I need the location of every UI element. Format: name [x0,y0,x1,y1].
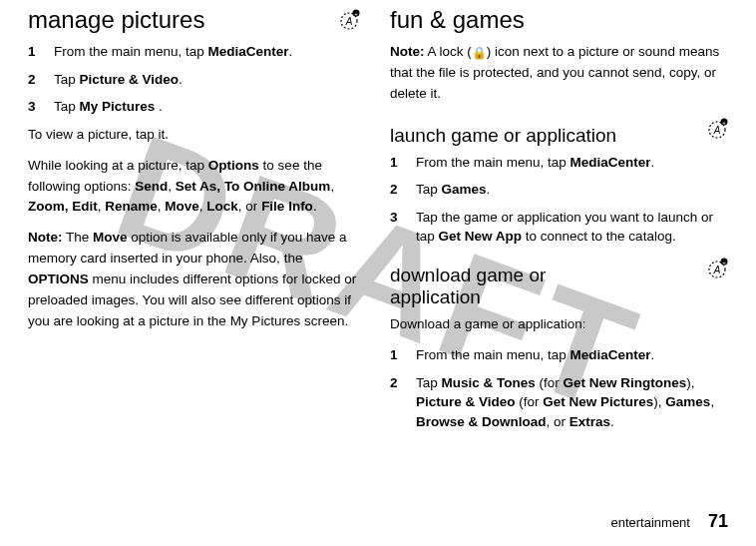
footer-section: entertainment [610,515,690,530]
page-footer: entertainment 71 [610,511,728,532]
feature-icon: + A [338,8,360,30]
svg-text:A: A [345,16,353,27]
svg-text:+: + [722,260,726,266]
step-text: From the main menu, tap MediaCenter. [416,345,654,365]
step-text: Tap Music & Tones (for Get New Ringtones… [416,373,728,432]
step-number: 2 [390,180,416,200]
step-2: 2 Tap Picture & Video. [28,70,360,90]
note-label: Note: [390,44,425,59]
step-text: Tap Games. [416,180,490,200]
launch-step-3: 3 Tap the game or application you want t… [390,208,728,247]
step-number: 3 [28,97,54,117]
svg-text:+: + [354,11,358,17]
step-1: 1 From the main menu, tap MediaCenter. [28,42,360,62]
step-text: Tap the game or application you want to … [416,208,728,247]
feature-icon: + A [706,117,728,139]
view-paragraph: To view a picture, tap it. [28,125,360,146]
svg-text:+: + [722,120,726,126]
page-content: manage pictures + A 1 From the main menu… [0,0,756,499]
step-number: 2 [28,70,54,90]
feature-icon: + A [706,257,728,278]
launch-step-2: 2 Tap Games. [390,180,728,200]
step-number: 1 [390,345,416,365]
step-number: 2 [390,373,416,432]
step-text: Tap Picture & Video. [54,70,183,90]
launch-step-1: 1 From the main menu, tap MediaCenter. [390,153,728,173]
left-column: manage pictures + A 1 From the main menu… [28,6,378,499]
heading-fun-games: fun & games [390,6,728,34]
download-step-1: 1 From the main menu, tap MediaCenter. [390,345,728,365]
lock-note: Note: A lock (🔒) icon next to a picture … [390,42,728,105]
heading-download: download game or application [390,265,619,308]
step-number: 3 [390,208,416,247]
step-number: 1 [390,153,416,173]
options-paragraph: While looking at a picture, tap Options … [28,156,360,219]
note-label: Note: [28,230,63,245]
svg-text:A: A [713,125,721,136]
page-number: 71 [708,511,728,532]
svg-text:A: A [713,265,721,275]
download-step-2: 2 Tap Music & Tones (for Get New Rington… [390,373,728,432]
heading-launch: launch game or application [390,125,616,147]
download-intro: Download a game or application: [390,314,728,335]
note-paragraph: Note: The Move option is available only … [28,228,360,332]
heading-manage-pictures: manage pictures [28,6,204,34]
step-text: From the main menu, tap MediaCenter. [54,42,292,62]
step-text: Tap My Pictures . [54,97,163,117]
step-3: 3 Tap My Pictures . [28,97,360,117]
step-number: 1 [28,42,54,62]
step-text: From the main menu, tap MediaCenter. [416,153,654,173]
right-column: fun & games Note: A lock (🔒) icon next t… [378,6,728,499]
lock-icon: 🔒 [472,46,487,60]
